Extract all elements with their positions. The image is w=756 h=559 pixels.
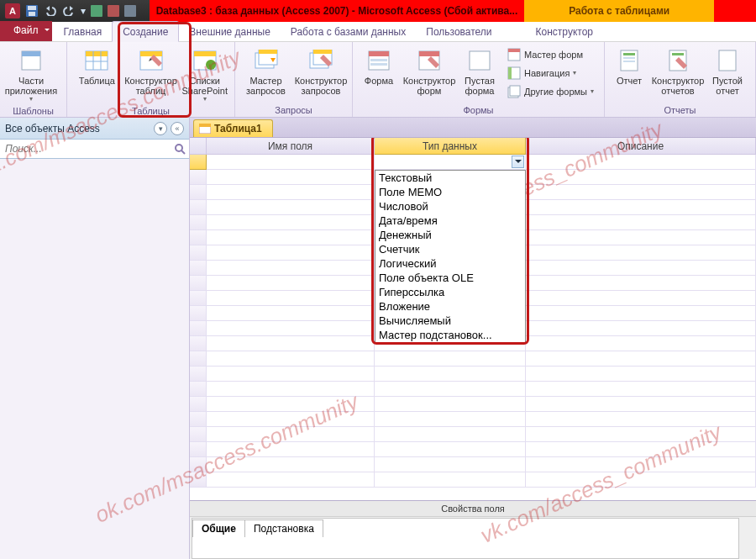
- btn-report-designer[interactable]: Конструктор отчетов: [652, 45, 704, 98]
- row-selector[interactable]: [190, 472, 207, 488]
- cell-description[interactable]: [526, 442, 756, 457]
- search-input[interactable]: [0, 140, 171, 158]
- cell-field-name[interactable]: [207, 351, 375, 367]
- cell-data-type[interactable]: [375, 382, 526, 397]
- data-type-option[interactable]: Поле МЕМО: [375, 185, 525, 199]
- data-type-option[interactable]: Денежный: [375, 228, 525, 242]
- cell-data-type[interactable]: [375, 155, 526, 170]
- nav-header[interactable]: Все объекты Access ▾ «: [0, 118, 189, 140]
- table-row[interactable]: [190, 397, 756, 412]
- cell-description[interactable]: [526, 367, 756, 382]
- row-selector[interactable]: [190, 321, 207, 336]
- table-row[interactable]: [190, 382, 756, 397]
- prop-tab-general[interactable]: Общие: [192, 519, 245, 537]
- cell-field-name[interactable]: [207, 185, 375, 200]
- cell-description[interactable]: [526, 230, 756, 245]
- row-selector[interactable]: [190, 291, 207, 306]
- tab-home[interactable]: Главная: [54, 22, 113, 41]
- data-type-option[interactable]: Текстовый: [375, 171, 525, 185]
- cell-data-type[interactable]: [375, 457, 526, 472]
- data-type-option[interactable]: Мастер подстановок...: [375, 328, 525, 342]
- cell-description[interactable]: [526, 412, 756, 427]
- cell-description[interactable]: [526, 245, 756, 261]
- row-selector[interactable]: [190, 230, 207, 245]
- qat-dropdown-icon[interactable]: ▾: [81, 5, 86, 17]
- table-row[interactable]: [190, 442, 756, 457]
- row-selector[interactable]: [190, 170, 207, 185]
- tab-database-tools[interactable]: Работа с базами данных: [281, 22, 416, 41]
- cell-description[interactable]: [526, 472, 756, 488]
- cell-field-name[interactable]: [207, 291, 375, 306]
- btn-table[interactable]: Таблица: [72, 45, 122, 87]
- cell-field-name[interactable]: [207, 427, 375, 442]
- cell-field-name[interactable]: [207, 155, 375, 170]
- col-header-description[interactable]: Описание: [526, 138, 756, 155]
- search-icon[interactable]: [171, 140, 189, 158]
- row-selector[interactable]: [190, 412, 207, 427]
- row-selector[interactable]: [190, 457, 207, 472]
- tab-designer[interactable]: Конструктор: [526, 22, 603, 41]
- cell-field-name[interactable]: [207, 412, 375, 427]
- cell-description[interactable]: [526, 185, 756, 200]
- row-selector[interactable]: [190, 397, 207, 412]
- btn-report[interactable]: Отчет: [610, 45, 648, 87]
- col-header-field-name[interactable]: Имя поля: [207, 138, 375, 155]
- data-type-option[interactable]: Счетчик: [375, 242, 525, 256]
- row-selector[interactable]: [190, 261, 207, 276]
- cell-field-name[interactable]: [207, 472, 375, 488]
- btn-blank-form[interactable]: Пустая форма: [459, 45, 501, 98]
- row-selector[interactable]: [190, 276, 207, 291]
- tab-external-data[interactable]: Внешние данные: [179, 22, 281, 41]
- cell-field-name[interactable]: [207, 261, 375, 276]
- col-header-data-type[interactable]: Тип данных: [375, 138, 526, 155]
- qat-icon-2[interactable]: [108, 5, 119, 17]
- table-row[interactable]: [190, 367, 756, 382]
- row-header-corner[interactable]: [190, 138, 207, 155]
- cell-description[interactable]: [526, 382, 756, 397]
- row-selector[interactable]: [190, 200, 207, 215]
- cell-data-type[interactable]: [375, 367, 526, 382]
- btn-sharepoint-lists[interactable]: Списки SharePoint▾: [181, 45, 230, 105]
- btn-other-forms[interactable]: Другие формы▾: [504, 82, 597, 101]
- cell-field-name[interactable]: [207, 215, 375, 230]
- btn-form-designer[interactable]: Конструктор форм: [403, 45, 455, 98]
- cell-description[interactable]: [526, 351, 756, 367]
- table-row[interactable]: [190, 427, 756, 442]
- tab-create[interactable]: Создание: [112, 21, 179, 42]
- btn-query-wizard[interactable]: Мастер запросов: [240, 45, 291, 98]
- save-icon[interactable]: [25, 4, 39, 18]
- tab-file[interactable]: Файл: [0, 21, 52, 41]
- cell-field-name[interactable]: [207, 170, 375, 185]
- tab-users[interactable]: Пользователи: [416, 22, 501, 41]
- table-row[interactable]: [190, 155, 756, 170]
- data-type-dropdown-button[interactable]: [512, 156, 524, 168]
- prop-tab-lookup[interactable]: Подстановка: [244, 519, 323, 537]
- cell-field-name[interactable]: [207, 442, 375, 457]
- qat-icon-3[interactable]: [124, 5, 136, 17]
- btn-query-designer[interactable]: Конструктор запросов: [295, 45, 347, 98]
- redo-icon[interactable]: [62, 6, 76, 16]
- cell-field-name[interactable]: [207, 306, 375, 321]
- btn-table-designer[interactable]: Конструктор таблиц: [125, 45, 177, 98]
- cell-field-name[interactable]: [207, 276, 375, 291]
- cell-field-name[interactable]: [207, 367, 375, 382]
- table-row[interactable]: [190, 457, 756, 472]
- qat-icon-1[interactable]: [91, 5, 102, 17]
- nav-filter-dropdown-icon[interactable]: ▾: [154, 122, 167, 135]
- cell-description[interactable]: [526, 427, 756, 442]
- cell-data-type[interactable]: [375, 427, 526, 442]
- cell-field-name[interactable]: [207, 397, 375, 412]
- btn-app-parts[interactable]: Части приложения▾: [5, 45, 57, 105]
- data-type-option[interactable]: Числовой: [375, 199, 525, 214]
- doc-tab-table1[interactable]: Таблица1: [193, 119, 273, 137]
- data-type-option[interactable]: Логический: [375, 256, 525, 271]
- cell-field-name[interactable]: [207, 230, 375, 245]
- data-type-option[interactable]: Гиперссылка: [375, 285, 525, 299]
- cell-data-type[interactable]: [375, 472, 526, 488]
- cell-description[interactable]: [526, 291, 756, 306]
- cell-description[interactable]: [526, 397, 756, 412]
- nav-collapse-icon[interactable]: «: [171, 122, 184, 135]
- data-type-option[interactable]: Поле объекта OLE: [375, 271, 525, 285]
- row-selector[interactable]: [190, 245, 207, 261]
- cell-description[interactable]: [526, 261, 756, 276]
